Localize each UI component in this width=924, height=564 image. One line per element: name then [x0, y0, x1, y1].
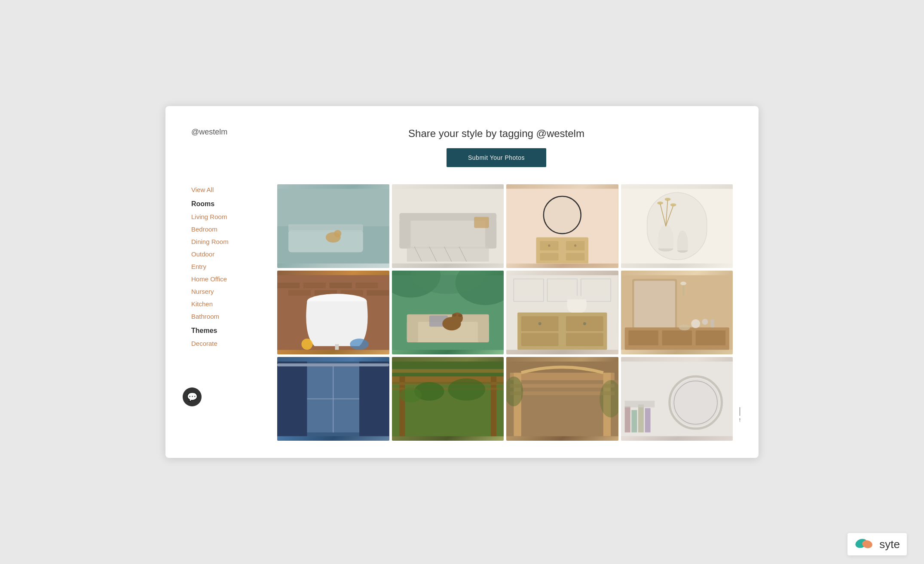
- syte-branding: syte: [848, 533, 907, 555]
- svg-rect-117: [510, 384, 615, 388]
- svg-rect-95: [277, 362, 307, 436]
- sidebar-item-home-office[interactable]: Home Office: [191, 274, 260, 284]
- photo-cell[interactable]: [277, 357, 389, 441]
- svg-rect-89: [710, 319, 714, 327]
- svg-point-92: [680, 281, 686, 285]
- brand-handle: @westelm: [191, 128, 260, 137]
- svg-point-21: [545, 198, 580, 233]
- photo-cell[interactable]: [621, 271, 733, 354]
- syte-logo: [854, 537, 875, 552]
- svg-rect-3: [288, 230, 363, 252]
- sidebar-heading-themes: Themes: [191, 323, 260, 336]
- submit-photos-button[interactable]: Submit Your Photos: [447, 148, 546, 167]
- photo-cell[interactable]: [621, 357, 733, 441]
- svg-point-6: [334, 230, 341, 237]
- svg-rect-107: [392, 382, 504, 385]
- svg-rect-105: [399, 376, 405, 436]
- photo-cell[interactable]: [277, 271, 389, 354]
- sidebar-item-nursery[interactable]: Nursery: [191, 286, 260, 297]
- svg-rect-43: [330, 283, 352, 288]
- photo-cell[interactable]: [392, 357, 504, 441]
- header-center: Share your style by tagging @westelm Sub…: [260, 128, 733, 167]
- svg-rect-84: [628, 330, 658, 345]
- photo-cell[interactable]: [506, 357, 618, 441]
- sidebar-item-entry[interactable]: Entry: [191, 261, 260, 272]
- svg-rect-75: [566, 333, 603, 346]
- chat-button[interactable]: 💬: [183, 387, 202, 406]
- svg-rect-91: [682, 284, 684, 296]
- svg-point-51: [301, 338, 312, 350]
- sidebar: View All Rooms Living Room Bedroom Dinin…: [191, 184, 260, 441]
- svg-rect-114: [510, 373, 615, 380]
- sidebar-item-kitchen[interactable]: Kitchen: [191, 299, 260, 309]
- svg-rect-126: [624, 406, 630, 433]
- svg-rect-129: [645, 408, 650, 432]
- svg-rect-127: [631, 410, 637, 433]
- svg-rect-4: [288, 224, 363, 232]
- sidebar-heading-rooms: Rooms: [191, 197, 260, 210]
- photo-cell[interactable]: [506, 271, 618, 354]
- svg-rect-96: [359, 362, 389, 436]
- svg-point-124: [672, 379, 719, 427]
- svg-rect-106: [491, 376, 496, 436]
- svg-rect-103: [392, 376, 504, 382]
- svg-rect-61: [477, 320, 489, 342]
- svg-point-37: [664, 198, 670, 201]
- svg-point-87: [691, 319, 700, 328]
- svg-rect-100: [277, 363, 389, 366]
- svg-point-38: [670, 204, 676, 207]
- photo-cell[interactable]: [392, 184, 504, 268]
- svg-rect-128: [638, 405, 643, 433]
- svg-point-36: [657, 201, 663, 204]
- svg-rect-45: [288, 290, 311, 296]
- svg-point-27: [548, 244, 550, 247]
- tagline: Share your style by tagging @westelm: [408, 128, 584, 140]
- scroll-top-button[interactable]: ↑: [738, 407, 741, 424]
- svg-point-110: [448, 378, 485, 401]
- svg-rect-60: [407, 320, 418, 342]
- photo-cell[interactable]: [277, 184, 389, 268]
- syte-text: syte: [879, 538, 900, 551]
- svg-rect-50: [335, 344, 339, 350]
- svg-rect-41: [277, 283, 300, 288]
- svg-rect-130: [624, 401, 654, 408]
- svg-rect-118: [510, 391, 615, 395]
- svg-rect-10: [399, 219, 410, 248]
- svg-rect-48: [367, 290, 389, 296]
- svg-rect-85: [662, 330, 691, 345]
- svg-rect-30: [647, 192, 707, 259]
- svg-rect-25: [540, 253, 558, 260]
- header: @westelm Share your style by tagging @we…: [165, 106, 759, 176]
- svg-point-52: [350, 338, 368, 350]
- photo-cell[interactable]: [392, 271, 504, 354]
- svg-point-77: [583, 322, 586, 325]
- svg-rect-104: [392, 369, 504, 373]
- sidebar-item-outdoor[interactable]: Outdoor: [191, 249, 260, 259]
- sidebar-item-decorate[interactable]: Decorate: [191, 338, 260, 349]
- scroll-top-arrow: ↑: [738, 417, 741, 424]
- chat-icon: 💬: [187, 392, 198, 402]
- svg-rect-44: [355, 283, 378, 288]
- svg-point-28: [574, 244, 576, 247]
- sidebar-item-view-all[interactable]: View All: [191, 184, 260, 195]
- photo-grid: [277, 184, 733, 441]
- svg-rect-17: [474, 217, 489, 228]
- photo-cell[interactable]: [506, 184, 618, 268]
- svg-point-66: [452, 314, 456, 317]
- svg-rect-86: [695, 330, 725, 345]
- photo-cell[interactable]: [621, 184, 733, 268]
- sidebar-item-dining-room[interactable]: Dining Room: [191, 236, 260, 247]
- main-container: @westelm Share your style by tagging @we…: [165, 106, 759, 458]
- svg-rect-26: [566, 253, 584, 260]
- svg-point-111: [399, 387, 422, 402]
- sidebar-item-bathroom[interactable]: Bathroom: [191, 311, 260, 322]
- svg-rect-42: [303, 283, 326, 288]
- main-content: View All Rooms Living Room Bedroom Dinin…: [165, 176, 759, 458]
- sidebar-item-bedroom[interactable]: Bedroom: [191, 224, 260, 235]
- svg-point-76: [538, 322, 542, 325]
- svg-point-65: [458, 314, 462, 317]
- svg-rect-74: [521, 333, 559, 346]
- svg-point-90: [679, 324, 690, 330]
- sidebar-item-living-room[interactable]: Living Room: [191, 211, 260, 222]
- svg-point-88: [702, 319, 708, 325]
